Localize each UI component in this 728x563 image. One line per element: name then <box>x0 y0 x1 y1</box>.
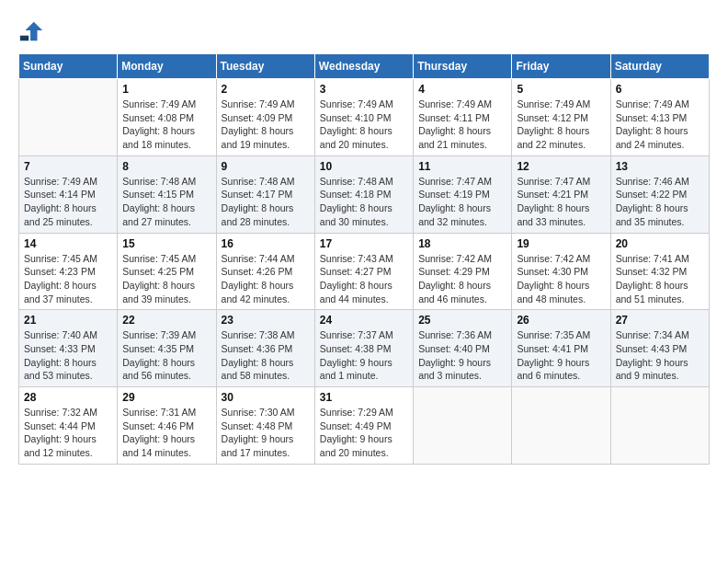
calendar-cell: 11Sunrise: 7:47 AM Sunset: 4:19 PM Dayli… <box>414 155 512 233</box>
calendar-cell: 2Sunrise: 7:49 AM Sunset: 4:09 PM Daylig… <box>216 79 314 156</box>
calendar-week-2: 7Sunrise: 7:49 AM Sunset: 4:14 PM Daylig… <box>19 155 710 233</box>
day-number: 19 <box>517 237 605 250</box>
day-info: Sunrise: 7:49 AM Sunset: 4:11 PM Dayligh… <box>418 98 506 152</box>
calendar-week-1: 1Sunrise: 7:49 AM Sunset: 4:08 PM Daylig… <box>19 79 710 156</box>
calendar-cell: 19Sunrise: 7:42 AM Sunset: 4:30 PM Dayli… <box>512 233 610 310</box>
day-number: 26 <box>517 314 605 327</box>
day-info: Sunrise: 7:36 AM Sunset: 4:40 PM Dayligh… <box>418 328 506 383</box>
day-info: Sunrise: 7:49 AM Sunset: 4:10 PM Dayligh… <box>320 98 408 152</box>
day-info: Sunrise: 7:43 AM Sunset: 4:27 PM Dayligh… <box>320 252 408 306</box>
weekday-thursday: Thursday <box>414 54 512 79</box>
calendar-cell: 27Sunrise: 7:34 AM Sunset: 4:43 PM Dayli… <box>610 310 709 387</box>
day-number: 12 <box>517 160 605 173</box>
day-number: 1 <box>122 83 210 96</box>
day-info: Sunrise: 7:35 AM Sunset: 4:41 PM Dayligh… <box>517 328 605 383</box>
weekday-saturday: Saturday <box>610 54 709 79</box>
calendar-week-3: 14Sunrise: 7:45 AM Sunset: 4:23 PM Dayli… <box>19 233 710 310</box>
calendar-cell: 28Sunrise: 7:32 AM Sunset: 4:44 PM Dayli… <box>19 387 118 465</box>
day-number: 28 <box>24 391 112 404</box>
svg-rect-2 <box>20 36 28 41</box>
calendar-cell: 12Sunrise: 7:47 AM Sunset: 4:21 PM Dayli… <box>512 155 610 233</box>
weekday-monday: Monday <box>118 54 216 79</box>
calendar-cell: 17Sunrise: 7:43 AM Sunset: 4:27 PM Dayli… <box>314 233 413 310</box>
day-number: 5 <box>517 83 605 96</box>
day-info: Sunrise: 7:46 AM Sunset: 4:22 PM Dayligh… <box>616 175 704 229</box>
day-number: 21 <box>24 314 112 327</box>
day-number: 14 <box>24 237 112 250</box>
day-number: 23 <box>222 314 310 327</box>
day-info: Sunrise: 7:45 AM Sunset: 4:23 PM Dayligh… <box>24 252 112 306</box>
calendar-cell: 1Sunrise: 7:49 AM Sunset: 4:08 PM Daylig… <box>118 79 216 156</box>
day-number: 17 <box>320 237 408 250</box>
weekday-friday: Friday <box>512 54 610 79</box>
day-number: 16 <box>222 237 310 250</box>
calendar-cell <box>414 387 512 465</box>
calendar-cell: 22Sunrise: 7:39 AM Sunset: 4:35 PM Dayli… <box>118 310 216 387</box>
day-info: Sunrise: 7:39 AM Sunset: 4:35 PM Dayligh… <box>122 328 210 383</box>
logo <box>18 18 48 44</box>
day-info: Sunrise: 7:30 AM Sunset: 4:48 PM Dayligh… <box>222 406 310 460</box>
day-info: Sunrise: 7:42 AM Sunset: 4:30 PM Dayligh… <box>517 252 605 306</box>
calendar-cell: 15Sunrise: 7:45 AM Sunset: 4:25 PM Dayli… <box>118 233 216 310</box>
calendar-cell: 8Sunrise: 7:48 AM Sunset: 4:15 PM Daylig… <box>118 155 216 233</box>
calendar-cell: 9Sunrise: 7:48 AM Sunset: 4:17 PM Daylig… <box>216 155 314 233</box>
day-info: Sunrise: 7:31 AM Sunset: 4:46 PM Dayligh… <box>122 406 210 460</box>
logo-icon <box>18 18 44 44</box>
calendar-header: SundayMondayTuesdayWednesdayThursdayFrid… <box>19 54 710 79</box>
calendar-cell: 30Sunrise: 7:30 AM Sunset: 4:48 PM Dayli… <box>216 387 314 465</box>
day-number: 22 <box>122 314 210 327</box>
day-number: 29 <box>122 391 210 404</box>
day-number: 4 <box>418 83 506 96</box>
calendar-cell: 7Sunrise: 7:49 AM Sunset: 4:14 PM Daylig… <box>19 155 118 233</box>
calendar-cell: 16Sunrise: 7:44 AM Sunset: 4:26 PM Dayli… <box>216 233 314 310</box>
calendar-cell: 6Sunrise: 7:49 AM Sunset: 4:13 PM Daylig… <box>610 79 709 156</box>
calendar-cell: 18Sunrise: 7:42 AM Sunset: 4:29 PM Dayli… <box>414 233 512 310</box>
calendar-week-4: 21Sunrise: 7:40 AM Sunset: 4:33 PM Dayli… <box>19 310 710 387</box>
day-number: 20 <box>616 237 704 250</box>
calendar-cell: 23Sunrise: 7:38 AM Sunset: 4:36 PM Dayli… <box>216 310 314 387</box>
day-number: 15 <box>122 237 210 250</box>
day-info: Sunrise: 7:42 AM Sunset: 4:29 PM Dayligh… <box>418 252 506 306</box>
day-number: 6 <box>616 83 704 96</box>
day-number: 7 <box>24 160 112 173</box>
day-info: Sunrise: 7:40 AM Sunset: 4:33 PM Dayligh… <box>24 328 112 383</box>
calendar-cell: 31Sunrise: 7:29 AM Sunset: 4:49 PM Dayli… <box>314 387 413 465</box>
day-info: Sunrise: 7:44 AM Sunset: 4:26 PM Dayligh… <box>222 252 310 306</box>
day-info: Sunrise: 7:37 AM Sunset: 4:38 PM Dayligh… <box>320 328 408 383</box>
day-number: 31 <box>320 391 408 404</box>
day-info: Sunrise: 7:48 AM Sunset: 4:15 PM Dayligh… <box>122 175 210 229</box>
day-number: 3 <box>320 83 408 96</box>
day-number: 13 <box>616 160 704 173</box>
calendar-cell: 14Sunrise: 7:45 AM Sunset: 4:23 PM Dayli… <box>19 233 118 310</box>
day-info: Sunrise: 7:47 AM Sunset: 4:19 PM Dayligh… <box>418 175 506 229</box>
calendar-cell: 21Sunrise: 7:40 AM Sunset: 4:33 PM Dayli… <box>19 310 118 387</box>
calendar-cell: 20Sunrise: 7:41 AM Sunset: 4:32 PM Dayli… <box>610 233 709 310</box>
weekday-tuesday: Tuesday <box>216 54 314 79</box>
calendar-body: 1Sunrise: 7:49 AM Sunset: 4:08 PM Daylig… <box>19 79 710 465</box>
calendar-cell: 10Sunrise: 7:48 AM Sunset: 4:18 PM Dayli… <box>314 155 413 233</box>
day-number: 8 <box>122 160 210 173</box>
calendar-cell <box>512 387 610 465</box>
calendar-cell: 4Sunrise: 7:49 AM Sunset: 4:11 PM Daylig… <box>414 79 512 156</box>
day-info: Sunrise: 7:38 AM Sunset: 4:36 PM Dayligh… <box>222 328 310 383</box>
calendar-cell: 29Sunrise: 7:31 AM Sunset: 4:46 PM Dayli… <box>118 387 216 465</box>
day-number: 25 <box>418 314 506 327</box>
day-number: 27 <box>616 314 704 327</box>
day-info: Sunrise: 7:47 AM Sunset: 4:21 PM Dayligh… <box>517 175 605 229</box>
day-number: 9 <box>222 160 310 173</box>
day-number: 18 <box>418 237 506 250</box>
day-info: Sunrise: 7:45 AM Sunset: 4:25 PM Dayligh… <box>122 252 210 306</box>
day-number: 10 <box>320 160 408 173</box>
day-info: Sunrise: 7:49 AM Sunset: 4:08 PM Dayligh… <box>122 98 210 152</box>
day-info: Sunrise: 7:29 AM Sunset: 4:49 PM Dayligh… <box>320 406 408 460</box>
day-number: 24 <box>320 314 408 327</box>
day-info: Sunrise: 7:49 AM Sunset: 4:12 PM Dayligh… <box>517 98 605 152</box>
weekday-wednesday: Wednesday <box>314 54 413 79</box>
calendar-table: SundayMondayTuesdayWednesdayThursdayFrid… <box>18 53 710 465</box>
calendar-cell <box>19 79 118 156</box>
calendar-cell: 13Sunrise: 7:46 AM Sunset: 4:22 PM Dayli… <box>610 155 709 233</box>
day-number: 2 <box>222 83 310 96</box>
day-info: Sunrise: 7:48 AM Sunset: 4:17 PM Dayligh… <box>222 175 310 229</box>
weekday-sunday: Sunday <box>19 54 118 79</box>
day-info: Sunrise: 7:48 AM Sunset: 4:18 PM Dayligh… <box>320 175 408 229</box>
